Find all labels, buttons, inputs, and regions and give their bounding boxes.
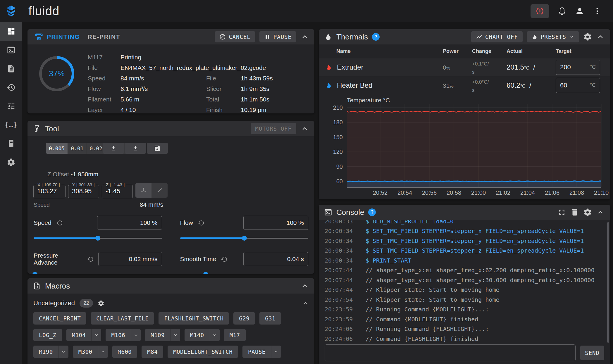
slider-track[interactable]	[180, 236, 309, 240]
position-x-field[interactable]: X [ 109.70 ] 103.27	[33, 185, 66, 198]
stat-label: Total	[206, 96, 241, 103]
macro-button[interactable]: M17	[224, 329, 246, 341]
position-y-field[interactable]: Y [ 301.33 ] 308.95	[68, 185, 99, 198]
macro-button[interactable]: CANCEL_PRINT	[33, 312, 86, 325]
reset-icon[interactable]	[56, 220, 63, 226]
macro-button[interactable]: M84	[142, 346, 163, 358]
help-icon[interactable]: ?	[372, 33, 380, 41]
trash-icon[interactable]	[570, 208, 579, 217]
collapse-group-icon[interactable]	[302, 300, 309, 306]
console-input[interactable]	[325, 344, 576, 361]
console-settings-gear-icon[interactable]	[583, 208, 592, 217]
chart-toggle-button[interactable]: CHART OFF	[471, 31, 523, 42]
slider-thumb[interactable]	[203, 272, 208, 274]
heater-power: 0%	[443, 64, 450, 71]
position-z-field[interactable]: Z [ -1.43 ] -1.45	[102, 185, 133, 198]
user-account-icon[interactable]	[575, 6, 584, 16]
macro-button[interactable]: G29	[233, 312, 255, 325]
z-offset-save-button[interactable]	[147, 143, 168, 154]
pause-button[interactable]: PAUSE	[259, 31, 296, 42]
svg-text:21:02: 21:02	[496, 189, 510, 196]
reset-icon[interactable]	[198, 220, 204, 226]
sidebar-item-system[interactable]	[0, 134, 22, 153]
app-bar: fluidd	[0, 0, 613, 22]
slider-thumb[interactable]	[32, 272, 37, 274]
reset-icon[interactable]	[87, 256, 94, 263]
collapse-panel-icon[interactable]	[300, 282, 309, 290]
macro-button[interactable]: M140	[185, 329, 220, 341]
collapse-panel-icon[interactable]	[300, 32, 309, 41]
tool-title: Tool	[45, 124, 59, 133]
slider-track[interactable]	[180, 272, 309, 274]
console-scrollbar[interactable]	[607, 222, 609, 343]
macro-button[interactable]: MODLELIGHT_SWITCH	[168, 346, 238, 358]
console-line: 20:24:06// Command {FLASHLIGHT} finished	[319, 334, 606, 344]
reset-icon[interactable]	[221, 256, 228, 263]
macro-dropdown[interactable]	[91, 329, 101, 341]
presets-button[interactable]: PRESETS	[527, 31, 579, 42]
sidebar-item-dashboard[interactable]	[0, 22, 22, 41]
absolute-positioning-toggle[interactable]	[135, 183, 151, 198]
slider-value-field[interactable]: 100 %	[97, 216, 162, 230]
tab-reprint[interactable]: RE-PRINT	[86, 29, 122, 44]
thermals-settings-gear-icon[interactable]	[583, 32, 592, 41]
heater-target-input[interactable]: 200 °C	[556, 60, 600, 75]
send-button[interactable]: SEND	[580, 346, 604, 360]
z-offset-up-button[interactable]	[103, 143, 124, 154]
collapse-panel-icon[interactable]	[300, 124, 309, 133]
z-offset-down-button[interactable]	[125, 143, 146, 154]
macros-settings-gear-icon[interactable]	[98, 300, 104, 307]
sidebar-item-tune[interactable]	[0, 97, 22, 115]
macro-dropdown[interactable]	[58, 346, 68, 358]
macro-dropdown[interactable]	[271, 346, 281, 358]
overflow-menu-icon[interactable]	[593, 6, 602, 16]
macro-dropdown[interactable]	[170, 329, 180, 341]
fullscreen-icon[interactable]	[557, 208, 566, 217]
emergency-stop-icon	[535, 6, 545, 16]
macro-button[interactable]: M104	[66, 329, 101, 341]
macro-button[interactable]: LOG_Z	[33, 329, 62, 341]
cancel-button[interactable]: CANCEL	[215, 31, 255, 42]
macro-button[interactable]: M600	[112, 346, 137, 358]
emergency-stop-button[interactable]	[531, 4, 549, 18]
collapse-panel-icon[interactable]	[596, 32, 605, 41]
macro-button[interactable]: M106	[106, 329, 141, 341]
macro-button[interactable]: G31	[259, 312, 281, 325]
heater-target-input[interactable]: 60 °C	[556, 78, 600, 93]
stat-value: 4 / 10	[120, 106, 206, 113]
relative-positioning-toggle[interactable]	[151, 183, 168, 198]
macro-button[interactable]: CLEAR_LAST_FILE	[91, 312, 154, 325]
slider-thumb[interactable]	[242, 236, 247, 241]
tab-printing[interactable]: PRINTING	[33, 29, 82, 44]
macro-button[interactable]: M109	[145, 329, 180, 341]
slider-value-field[interactable]: 0.04 s	[243, 252, 308, 266]
z-offset-step-option[interactable]: 0.01	[68, 143, 87, 154]
svg-text:20:56: 20:56	[422, 189, 437, 196]
help-icon[interactable]: ?	[368, 208, 376, 216]
motors-off-button[interactable]: MOTORS OFF	[251, 123, 296, 134]
macro-button[interactable]: PAUSE	[242, 346, 281, 358]
macro-button[interactable]: M190	[33, 346, 68, 358]
slider-track[interactable]	[34, 272, 162, 274]
slider-track[interactable]	[34, 236, 162, 240]
collapse-panel-icon[interactable]	[596, 208, 605, 217]
axis-icon	[140, 187, 147, 194]
sidebar-item-configure[interactable]: {…}	[0, 115, 22, 134]
macro-dropdown[interactable]	[131, 329, 141, 341]
slider-value-field[interactable]: 0.02 mm/s	[98, 252, 162, 266]
macro-button[interactable]: FLASHLIGHT_SWITCH	[159, 312, 229, 325]
fluidd-logo[interactable]	[0, 0, 22, 22]
z-offset-step-option[interactable]: 0.005	[46, 143, 68, 154]
sidebar-item-console[interactable]	[0, 41, 22, 59]
macro-button[interactable]: M300	[73, 346, 108, 358]
macro-label: CANCEL_PRINT	[33, 312, 86, 325]
slider-thumb[interactable]	[95, 236, 100, 241]
notifications-bell-icon[interactable]	[557, 6, 567, 16]
macro-dropdown[interactable]	[210, 329, 220, 341]
sidebar-item-history[interactable]	[0, 78, 22, 97]
sidebar-item-jobs[interactable]	[0, 59, 22, 78]
sidebar-item-settings[interactable]	[0, 153, 22, 172]
macro-dropdown[interactable]	[98, 346, 108, 358]
slider-value-field[interactable]: 100 %	[243, 216, 308, 230]
svg-text:60: 60	[336, 178, 343, 184]
